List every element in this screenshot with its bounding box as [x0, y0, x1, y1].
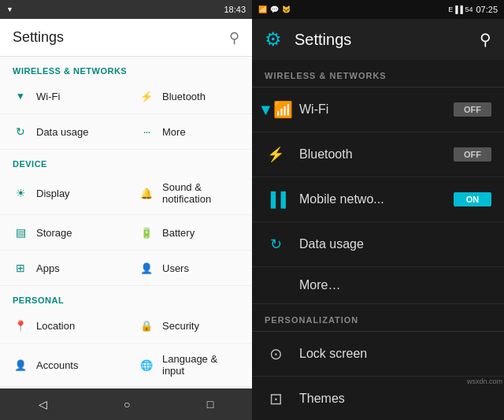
data-label: Data usage: [36, 126, 89, 138]
bluetooth-icon: [139, 88, 154, 104]
cat-icon: 🐱: [282, 6, 291, 13]
settings-item-battery[interactable]: Battery: [126, 215, 252, 251]
right-themes-icon: ⊡: [265, 388, 287, 410]
settings-item-accounts[interactable]: Accounts: [0, 344, 126, 387]
wifi-label: Wi-Fi: [36, 91, 60, 102]
signal-icon: ▼: [6, 6, 13, 13]
right-content: WIRELESS & NETWORKS 📶 Wi-Fi OFF ⚡ Blueto…: [252, 60, 504, 420]
section-personal-label: Personal: [0, 286, 252, 308]
settings-item-language[interactable]: Language & input: [126, 344, 252, 387]
right-time: 07:25: [476, 5, 498, 14]
left-status-bar: ▼ 18:43: [0, 0, 252, 19]
right-status-icons: 📶 💬 🐱: [258, 6, 291, 13]
settings-item-bluetooth[interactable]: Bluetooth: [126, 79, 252, 114]
data-icon: [13, 124, 28, 139]
security-label: Security: [162, 320, 199, 332]
more-label: More: [162, 126, 186, 138]
settings-item-storage[interactable]: Storage: [0, 215, 126, 251]
accounts-label: Accounts: [36, 359, 78, 371]
battery-label: Battery: [162, 227, 195, 239]
right-data-label: Data usage: [299, 237, 491, 251]
right-item-lockscreen[interactable]: ⊙ Lock screen: [252, 332, 504, 377]
sound-icon: [139, 185, 154, 201]
left-time: 18:43: [224, 5, 246, 14]
right-section-wireless: WIRELESS & NETWORKS: [252, 60, 504, 87]
right-mobile-icon: ▐▐: [265, 188, 287, 210]
right-item-wifi[interactable]: 📶 Wi-Fi OFF: [252, 87, 504, 132]
right-search-icon[interactable]: ⚲: [480, 30, 491, 49]
right-item-bluetooth[interactable]: ⚡ Bluetooth OFF: [252, 132, 504, 177]
location-label: Location: [36, 320, 75, 332]
right-section-personal: PERSONALIZATION: [252, 304, 504, 332]
more-icon: [139, 124, 154, 139]
nav-bar: ◁ ○ □: [0, 388, 252, 420]
accounts-icon: [13, 357, 28, 373]
bluetooth-label: Bluetooth: [162, 91, 206, 102]
msg-icon: 💬: [270, 6, 279, 13]
sound-label: Sound & notification: [162, 181, 239, 205]
settings-item-more[interactable]: More: [126, 114, 252, 150]
right-item-more[interactable]: More…: [252, 267, 504, 304]
network-icon: 📶: [258, 6, 267, 13]
section-wireless-label: Wireless & networks: [0, 57, 252, 79]
settings-item-data-usage[interactable]: Data usage: [0, 114, 126, 150]
users-icon: [139, 260, 154, 276]
right-status-bar: 📶 💬 🐱 E▐▐ 54 07:25: [252, 0, 504, 19]
left-content: Wireless & networks Wi-Fi Bluetooth Data…: [0, 57, 252, 388]
settings-item-location[interactable]: Location: [0, 308, 126, 344]
right-data-icon: ↻: [265, 233, 287, 255]
settings-item-users[interactable]: Users: [126, 251, 252, 286]
right-lockscreen-label: Lock screen: [299, 347, 491, 361]
apps-icon: [13, 260, 28, 276]
left-status-icons: ▼: [6, 6, 13, 13]
wireless-grid: Wi-Fi Bluetooth Data usage More: [0, 79, 252, 150]
right-title: Settings: [295, 31, 351, 49]
mobile-toggle[interactable]: ON: [454, 192, 491, 206]
watermark: wsxdn.com: [467, 377, 502, 385]
settings-item-security[interactable]: Security: [126, 308, 252, 344]
settings-item-sound[interactable]: Sound & notification: [126, 172, 252, 215]
storage-icon: [13, 225, 28, 240]
left-header: Settings ⚲: [0, 19, 252, 57]
apps-label: Apps: [36, 262, 60, 274]
wifi-icon: [13, 88, 28, 104]
right-lockscreen-icon: ⊙: [265, 343, 287, 365]
wifi-toggle[interactable]: OFF: [454, 102, 491, 117]
users-label: Users: [162, 262, 189, 274]
device-grid: Display Sound & notification Storage Bat…: [0, 172, 252, 286]
right-mobile-label: Mobile netwo...: [299, 192, 441, 206]
right-item-mobile[interactable]: ▐▐ Mobile netwo... ON: [252, 177, 504, 222]
right-panel: 📶 💬 🐱 E▐▐ 54 07:25 ⚙ Settings ⚲ WIRELESS…: [252, 0, 504, 420]
signal-strength-icon: E▐▐ 54: [448, 6, 472, 13]
right-bluetooth-icon: ⚡: [265, 143, 287, 165]
battery-icon: [139, 225, 154, 240]
storage-label: Storage: [36, 227, 72, 239]
right-bluetooth-label: Bluetooth: [299, 147, 441, 162]
right-wifi-label: Wi-Fi: [299, 102, 441, 117]
home-button[interactable]: ○: [124, 398, 130, 411]
security-icon: [139, 318, 154, 333]
settings-item-apps[interactable]: Apps: [0, 251, 126, 286]
right-header: ⚙ Settings ⚲: [252, 19, 504, 60]
section-device-label: Device: [0, 150, 252, 172]
right-item-data[interactable]: ↻ Data usage: [252, 222, 504, 267]
bluetooth-toggle[interactable]: OFF: [454, 147, 491, 162]
recent-button[interactable]: □: [207, 398, 213, 411]
settings-item-wifi[interactable]: Wi-Fi: [0, 79, 126, 114]
display-label: Display: [36, 188, 70, 199]
language-icon: [139, 357, 154, 373]
left-panel: ▼ 18:43 Settings ⚲ Wireless & networks W…: [0, 0, 252, 420]
location-icon: [13, 318, 28, 333]
personal-grid: Location Security Accounts Language & in…: [0, 308, 252, 388]
right-wifi-icon: 📶: [265, 98, 287, 121]
left-title: Settings: [13, 29, 64, 46]
search-icon[interactable]: ⚲: [229, 29, 239, 46]
right-more-label: More…: [299, 278, 491, 292]
back-button[interactable]: ◁: [39, 398, 47, 411]
language-label: Language & input: [162, 353, 239, 377]
display-icon: [13, 185, 28, 201]
right-header-content: ⚙ Settings: [265, 28, 351, 50]
gear-icon: ⚙: [265, 28, 287, 50]
right-themes-label: Themes: [299, 392, 491, 406]
settings-item-display[interactable]: Display: [0, 172, 126, 215]
